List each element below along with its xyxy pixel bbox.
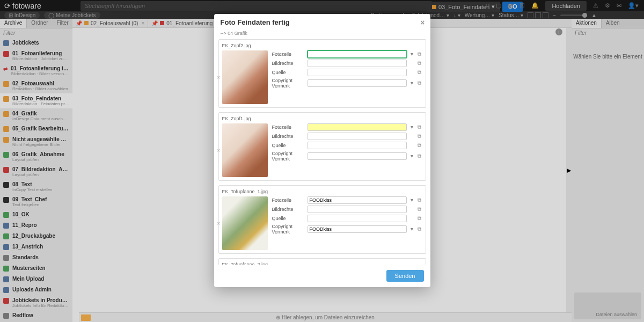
bildrechte-input[interactable] bbox=[308, 206, 407, 213]
asset-filename: FK_Zopf2.jpg bbox=[222, 43, 422, 48]
apply-down-icon[interactable]: ▾ bbox=[409, 197, 415, 203]
fotozeile-input[interactable] bbox=[308, 50, 407, 58]
field-label-bildrechte: Bildrechte bbox=[272, 61, 305, 66]
quelle-input[interactable] bbox=[308, 215, 407, 222]
field-label-quelle: Quelle bbox=[272, 70, 305, 75]
remove-asset-icon[interactable]: × bbox=[217, 148, 221, 153]
asset-filename: FK_Tofupfanne_1.jpg bbox=[222, 189, 422, 194]
copy-icon[interactable]: ⧉ bbox=[416, 60, 422, 67]
apply-down-icon[interactable]: ▾ bbox=[409, 51, 415, 57]
asset-thumbnail[interactable] bbox=[222, 50, 268, 104]
copy-icon[interactable]: ⧉ bbox=[416, 197, 422, 203]
copy-icon[interactable]: ⧉ bbox=[416, 51, 422, 57]
copy-icon[interactable]: ⧉ bbox=[416, 206, 422, 213]
asset-thumbnail[interactable] bbox=[222, 196, 268, 250]
copy-icon[interactable]: ⧉ bbox=[416, 69, 422, 76]
bildrechte-input[interactable] bbox=[308, 133, 407, 140]
field-label-bildrechte: Bildrechte bbox=[272, 134, 305, 139]
modal-title: Foto Feindaten fertig bbox=[221, 18, 290, 26]
apply-down-icon[interactable]: ▾ bbox=[409, 153, 415, 159]
field-label-copyright: Copyright Vermerk bbox=[272, 78, 305, 89]
copyright-input[interactable] bbox=[308, 225, 407, 233]
copyright-input[interactable] bbox=[308, 152, 407, 160]
field-label-quelle: Quelle bbox=[272, 216, 305, 221]
remove-asset-icon[interactable]: × bbox=[217, 221, 221, 226]
send-button[interactable]: Senden bbox=[386, 270, 424, 282]
asset-filename: FK_Zopf1.jpg bbox=[222, 116, 422, 121]
bildrechte-input[interactable] bbox=[308, 60, 407, 67]
asset-block: FK_Tofupfanne_1.jpg × Fotozeile ▾⧉ Bildr… bbox=[218, 185, 426, 254]
field-label-bildrechte: Bildrechte bbox=[272, 207, 305, 212]
modal-subtitle: --> 04 Grafik bbox=[214, 31, 430, 39]
asset-block: FK_Zopf1.jpg × Fotozeile ▾⧉ Bildrechte ▾… bbox=[218, 112, 426, 181]
copyright-input[interactable] bbox=[308, 79, 407, 87]
copy-icon[interactable]: ⧉ bbox=[416, 153, 422, 159]
fotozeile-input[interactable] bbox=[308, 196, 407, 204]
asset-block: FK_Zopf2.jpg × Fotozeile ▾⧉ Bildrechte ▾… bbox=[218, 39, 426, 108]
copy-icon[interactable]: ⧉ bbox=[416, 124, 422, 130]
copy-icon[interactable]: ⧉ bbox=[416, 142, 422, 149]
field-label-copyright: Copyright Vermerk bbox=[272, 224, 305, 235]
field-label-fotozeile: Fotozeile bbox=[272, 125, 305, 130]
field-label-quelle: Quelle bbox=[272, 143, 305, 148]
field-label-copyright: Copyright Vermerk bbox=[272, 151, 305, 162]
apply-down-icon[interactable]: ▾ bbox=[409, 226, 415, 232]
feindaten-modal: Foto Feindaten fertig × --> 04 Grafik FK… bbox=[214, 14, 430, 287]
remove-asset-icon[interactable]: × bbox=[217, 75, 221, 80]
fotozeile-input[interactable] bbox=[308, 123, 407, 131]
quelle-input[interactable] bbox=[308, 69, 407, 76]
close-icon[interactable]: × bbox=[420, 18, 425, 27]
apply-down-icon[interactable]: ▾ bbox=[409, 80, 415, 86]
field-label-fotozeile: Fotozeile bbox=[272, 197, 305, 203]
modal-overlay: Foto Feindaten fertig × --> 04 Grafik FK… bbox=[0, 0, 644, 322]
copy-icon[interactable]: ⧉ bbox=[416, 80, 422, 86]
apply-down-icon[interactable]: ▾ bbox=[409, 124, 415, 130]
asset-thumbnail[interactable] bbox=[222, 123, 268, 177]
copy-icon[interactable]: ⧉ bbox=[416, 133, 422, 140]
quelle-input[interactable] bbox=[308, 142, 407, 149]
asset-block: FK_Tofupfanne_2.jpg bbox=[218, 258, 426, 265]
field-label-fotozeile: Fotozeile bbox=[272, 52, 305, 57]
copy-icon[interactable]: ⧉ bbox=[416, 215, 422, 222]
copy-icon[interactable]: ⧉ bbox=[416, 226, 422, 232]
